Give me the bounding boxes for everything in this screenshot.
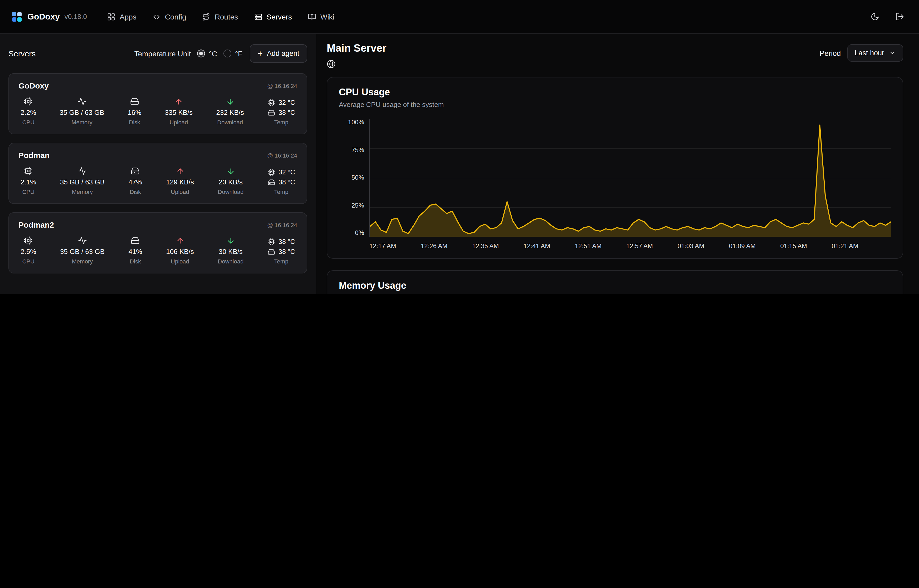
x-tick: 01:09 AM [729, 242, 756, 250]
server-name: Podman2 [18, 220, 54, 229]
download-value: 23 KB/s [219, 178, 243, 186]
memory-usage-card: Memory Usage Memory usage of the system … [327, 270, 903, 294]
upload-value: 335 KB/s [165, 108, 193, 116]
celsius-radio[interactable]: °C [197, 49, 217, 58]
download-label: Download [217, 119, 243, 125]
disk-stat: 47% Disk [129, 166, 142, 195]
memory-value: 35 GB / 63 GB [60, 108, 104, 116]
nav-item-servers[interactable]: Servers [254, 12, 292, 21]
cpu-chart-plot[interactable] [369, 119, 891, 237]
x-tick: 12:51 AM [575, 242, 601, 250]
nav-item-label: Routes [215, 12, 238, 21]
x-tick: 12:57 AM [626, 242, 653, 250]
temp-stat: 32 °C 38 °C Temp [267, 99, 295, 125]
y-axis-labels: 100% 75% 50% 25% 0% [339, 119, 369, 237]
x-tick: 01:15 AM [780, 242, 807, 250]
hard-drive-icon [130, 97, 139, 106]
period-select[interactable]: Last hour [847, 44, 903, 61]
nav-item-label: Servers [266, 12, 292, 21]
x-tick: 12:17 AM [369, 242, 396, 250]
code-icon [152, 12, 161, 21]
memory-label: Memory [72, 189, 93, 195]
hard-drive-icon [267, 179, 275, 186]
memory-value: 35 GB / 63 GB [60, 248, 105, 255]
disk-temp-value: 38 °C [278, 179, 295, 186]
godoxy-logo-icon [11, 11, 22, 22]
server-card[interactable]: Podman2 @ 16:16:24 2.5% CPU 35 GB / 63 G… [8, 212, 307, 273]
y-tick: 100% [348, 118, 364, 126]
nav-item-wiki[interactable]: Wiki [308, 12, 334, 21]
hard-drive-icon [267, 248, 275, 255]
disk-stat: 41% Disk [129, 236, 142, 265]
server-card[interactable]: GoDoxy @ 16:16:24 2.2% CPU 35 GB / 63 GB… [8, 73, 307, 134]
main-panel: Main Server Period Last hour CPU Usage A… [316, 34, 919, 294]
fahrenheit-radio[interactable]: °F [223, 49, 242, 58]
upload-value: 106 KB/s [166, 248, 194, 255]
period-control: Period Last hour [819, 44, 903, 61]
server-stats: 2.5% CPU 35 GB / 63 GB Memory 41% Disk [18, 236, 297, 265]
upload-stat: 106 KB/s Upload [166, 237, 194, 265]
server-updated-time: @ 16:16:24 [267, 152, 297, 158]
arrow-up-icon [176, 237, 184, 245]
memory-value: 35 GB / 63 GB [60, 178, 105, 186]
download-stat: 232 KB/s Download [216, 97, 244, 125]
x-axis-labels: 12:17 AM 12:26 AM 12:35 AM 12:41 AM 12:5… [369, 237, 891, 251]
nav-item-routes[interactable]: Routes [202, 12, 238, 21]
download-stat: 30 KB/s Download [218, 237, 244, 265]
cpu-chip-icon [24, 236, 33, 245]
book-icon [308, 12, 316, 21]
hard-drive-icon [267, 109, 275, 116]
nav-item-config[interactable]: Config [152, 12, 186, 21]
add-agent-button[interactable]: + Add agent [250, 44, 307, 63]
temp-label: Temp [274, 258, 289, 265]
disk-temp-value: 38 °C [278, 109, 295, 116]
nav-item-apps[interactable]: Apps [107, 12, 136, 21]
cpu-value: 2.5% [21, 248, 36, 255]
disk-stat: 16% Disk [128, 97, 142, 125]
fahrenheit-label: °F [235, 49, 242, 58]
disk-label: Disk [129, 119, 140, 125]
celsius-label: °C [209, 49, 217, 58]
x-tick: 12:26 AM [421, 242, 447, 250]
nav-item-label: Apps [120, 12, 136, 21]
cpu-temp-value: 32 °C [278, 169, 295, 176]
main-nav: Apps Config Routes Servers Wiki [107, 12, 334, 21]
arrow-down-icon [226, 97, 234, 106]
hard-drive-icon [131, 166, 140, 176]
chart-title: CPU Usage [339, 87, 891, 98]
moon-icon [871, 12, 879, 21]
chart-body: 100% 75% 50% 25% 0% [339, 119, 891, 237]
app-root: GoDoxy v0.18.0 Apps Config Routes Server [0, 0, 919, 294]
arrow-up-icon [176, 167, 184, 176]
navbar-left: GoDoxy v0.18.0 Apps Config Routes Server [11, 11, 334, 22]
period-label: Period [819, 49, 841, 57]
add-agent-label: Add agent [267, 50, 299, 57]
arrow-up-icon [175, 97, 183, 106]
cpu-stat: 2.2% CPU [21, 97, 36, 125]
theme-toggle-button[interactable] [867, 9, 883, 24]
upload-label: Upload [171, 189, 189, 195]
disk-temp-value: 38 °C [278, 248, 295, 255]
y-tick: 25% [352, 202, 364, 209]
cpu-chip-icon [24, 166, 33, 176]
cpu-value: 2.1% [21, 178, 36, 186]
disk-value: 41% [129, 248, 142, 255]
activity-icon [78, 236, 87, 245]
nav-item-label: Config [165, 12, 186, 21]
server-stats: 2.2% CPU 35 GB / 63 GB Memory 16% Disk [18, 97, 297, 125]
disk-label: Disk [130, 258, 141, 265]
server-name: GoDoxy [18, 81, 49, 90]
hard-drive-icon [131, 236, 140, 245]
x-tick: 12:35 AM [472, 242, 499, 250]
download-value: 232 KB/s [216, 108, 244, 116]
memory-stat: 35 GB / 63 GB Memory [60, 166, 105, 195]
chevron-down-icon [889, 50, 896, 57]
logout-button[interactable] [892, 9, 908, 24]
server-stats: 2.1% CPU 35 GB / 63 GB Memory 47% Disk [18, 166, 297, 195]
page-title: Main Server [327, 42, 386, 54]
server-card[interactable]: Podman @ 16:16:24 2.1% CPU 35 GB / 63 GB… [8, 143, 307, 204]
temp-stat: 38 °C 38 °C Temp [267, 238, 295, 265]
sidebar-header: Servers Temperature Unit °C °F + Add age… [8, 44, 307, 63]
temp-stat: 32 °C 38 °C Temp [267, 169, 295, 195]
globe-icon[interactable] [327, 60, 336, 68]
